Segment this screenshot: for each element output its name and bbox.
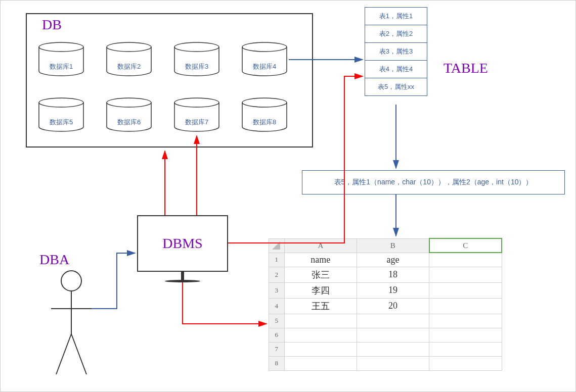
svg-line-12 [71,334,86,374]
spreadsheet-cell: 18 [357,267,429,282]
monitor-screen: DBMS [137,215,228,272]
spreadsheet-cell: 20 [357,298,429,314]
dba-stickfigure-icon [46,268,97,379]
spreadsheet-cell [429,314,502,328]
database-label: 数据库7 [172,118,221,127]
dbms-label: DBMS [162,235,202,252]
table-attribute-list: 表1，属性1 表2，属性2 表3，属性3 表4，属性4 表5，属性xx [365,7,427,96]
svg-point-0 [39,42,83,52]
table-item: 表1，属性1 [365,8,427,25]
spreadsheet-cell [284,314,357,328]
spreadsheet-cell: age [357,253,429,267]
spreadsheet-cell [357,314,429,328]
svg-point-6 [174,98,219,107]
spreadsheet-cell: 张三 [284,267,357,282]
svg-point-2 [174,42,219,52]
svg-point-7 [242,98,287,107]
data-spreadsheet: A B C 1 name age 2 张三 18 3 李四 19 4 王五 20… [269,238,502,371]
database-cylinder-1: 数据库1 [37,42,85,76]
dba-label: DBA [39,252,69,268]
database-label: 数据库1 [37,62,85,71]
spreadsheet-cell [429,342,502,356]
svg-point-1 [107,42,151,52]
table-item: 表5，属性xx [365,78,427,95]
spreadsheet-col-header: B [357,238,429,253]
database-label: 数据库4 [240,62,289,71]
schema-definition-box: 表5，属性1（name，char（10）），属性2（age，int（10）） [302,170,565,194]
spreadsheet-row-header: 1 [269,253,285,267]
spreadsheet-col-header: A [284,238,357,253]
database-cylinder-8: 数据库8 [240,97,289,132]
spreadsheet-cell [284,328,357,342]
spreadsheet-cell [429,298,502,314]
spreadsheet-cell [429,253,502,267]
spreadsheet-cell: name [284,253,357,267]
database-cylinder-2: 数据库2 [105,42,153,76]
spreadsheet-row-header: 7 [269,342,285,356]
database-cylinder-4: 数据库4 [240,42,289,76]
spreadsheet-cell [357,328,429,342]
spreadsheet-cell [284,356,357,370]
database-cylinder-7: 数据库7 [172,97,221,132]
database-label: 数据库5 [37,118,85,127]
spreadsheet-row-header: 2 [269,267,285,282]
spreadsheet-row-header: 4 [269,298,285,314]
dbms-monitor: DBMS [137,215,228,286]
spreadsheet-cell [429,282,502,298]
table-item: 表4，属性4 [365,61,427,78]
svg-point-8 [61,271,81,291]
spreadsheet-cell [357,342,429,356]
spreadsheet-cell [284,342,357,356]
spreadsheet-row-header: 5 [269,314,285,328]
database-cylinder-5: 数据库5 [37,97,85,132]
spreadsheet-cell [429,267,502,282]
table-item: 表2，属性2 [365,25,427,43]
database-cylinder-3: 数据库3 [172,42,221,76]
spreadsheet-corner [269,238,285,253]
database-label: 数据库2 [105,62,153,71]
database-label: 数据库6 [105,118,153,127]
monitor-stand [181,272,184,280]
svg-point-3 [242,42,287,52]
spreadsheet-cell [357,356,429,370]
table-section-label: TABLE [444,60,488,76]
database-label: 数据库8 [240,118,289,127]
spreadsheet-cell [429,328,502,342]
spreadsheet-row-header: 6 [269,328,285,342]
database-label: 数据库3 [172,62,221,71]
spreadsheet-cell: 李四 [284,282,357,298]
monitor-base [165,280,200,282]
svg-line-11 [56,334,71,374]
spreadsheet-cell: 王五 [284,298,357,314]
spreadsheet-row-header: 3 [269,282,285,298]
spreadsheet-cell: 19 [357,282,429,298]
spreadsheet-row-header: 8 [269,356,285,370]
svg-point-4 [39,98,83,107]
table-item: 表3，属性3 [365,43,427,61]
spreadsheet-cell [429,356,502,370]
svg-point-5 [107,98,151,107]
spreadsheet-col-header-selected: C [429,238,502,253]
database-cylinder-6: 数据库6 [105,97,153,132]
